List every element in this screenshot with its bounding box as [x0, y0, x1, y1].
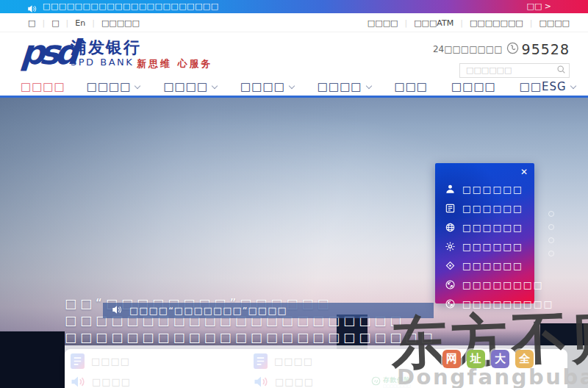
utility-bar: □| □| En| □□□□□ □□□□| □□□ATM| □□□□□□□| □… — [0, 13, 588, 32]
diamond-icon — [445, 260, 456, 271]
logo-english: SPD BANK — [71, 57, 141, 68]
announcement-more-link[interactable]: □□ > — [527, 1, 552, 11]
deposit-insurance-title: 存款保险 — [383, 376, 411, 384]
spd-bank-homepage: □□□□□□□□□□□□□□□□□□□□□□ □□ > □| □| En| □□… — [0, 0, 588, 388]
hotline-label: 24□□□□□□□ — [433, 44, 503, 54]
brand-slogan: 新思维 心服务 — [137, 57, 213, 71]
spd-logo-text[interactable]: 浦发银行 SPD BANK — [71, 39, 141, 68]
quick-item-cross-border-2[interactable]: □□□□□□□□□ — [445, 294, 553, 313]
quick-item-cross-border-1[interactable]: □□□□□□□□ — [445, 275, 553, 294]
spd-logo-mark[interactable]: psd — [19, 32, 75, 72]
search-input[interactable] — [459, 63, 570, 78]
util-link-atm[interactable]: □□□ATM — [414, 18, 453, 28]
bank-outlet-icon — [445, 203, 456, 214]
service-column-2: □□□□ □□□□ — [254, 349, 314, 388]
nav-item-6[interactable]: □□□ — [383, 80, 440, 93]
gear-icon — [445, 241, 456, 252]
service-link-reports[interactable]: □□□□ — [254, 353, 314, 369]
nav-item-7[interactable]: □□□□ — [440, 80, 508, 93]
lang-traditional-link[interactable]: □ — [51, 18, 59, 28]
quick-login-panel: ✕ □□□□□□ □□□□□□ □□□□□□ □□□□□□ — [435, 163, 534, 303]
globe-icon — [445, 222, 456, 233]
user-icon — [445, 184, 456, 195]
util-link-3[interactable]: □□□□□□□ — [470, 18, 523, 28]
site-header: psd 浦发银行 SPD BANK 新思维 心服务 24□□□□□□□ 9552… — [0, 32, 588, 78]
divider: | — [92, 18, 95, 28]
search-icon[interactable] — [556, 65, 566, 74]
hotline-number: 95528 — [522, 41, 570, 57]
speaker-icon — [112, 303, 122, 317]
ticker-headline[interactable]: □□□□“□□□□□□□”□□□□ — [129, 305, 287, 316]
building — [0, 331, 65, 388]
divider: | — [530, 18, 533, 28]
news-ticker-bar[interactable]: □□□□“□□□□□□□”□□□□ — [103, 303, 434, 318]
nav-item-5[interactable]: □□□□ — [306, 80, 383, 93]
chevron-down-icon — [135, 83, 140, 89]
service-link-alerts[interactable]: □□□□ — [254, 373, 314, 388]
lang-english-link[interactable]: En — [75, 18, 85, 28]
speaker-icon — [71, 376, 85, 388]
close-icon[interactable]: ✕ — [520, 167, 528, 177]
logo-chinese: 浦发银行 — [71, 39, 141, 57]
nav-item-home[interactable]: □□□□ — [11, 80, 75, 93]
service-link-notices[interactable]: □□□□ — [71, 373, 131, 388]
search-box — [459, 62, 570, 76]
document-icon — [254, 353, 268, 369]
quick-item-services[interactable]: □□□□□□ — [445, 237, 553, 256]
chevron-down-icon — [570, 83, 576, 89]
utility-left: □| □| En| □□□□□ — [28, 18, 140, 28]
quick-item-direct-bank[interactable]: □□□□□□ — [445, 256, 553, 275]
deposit-insurance-icon — [371, 376, 381, 386]
utility-right: □□□□| □□□ATM| □□□□□□□| □□□□ — [368, 18, 570, 28]
nav-item-4[interactable]: □□□□ — [229, 80, 306, 93]
quick-login-list: □□□□□□ □□□□□□ □□□□□□ □□□□□□ □□□□□□ — [445, 179, 553, 313]
quick-item-corporate-banking[interactable]: □□□□□□ — [445, 198, 553, 218]
document-icon — [71, 353, 85, 369]
util-link-4[interactable]: □□□□ — [539, 18, 570, 28]
divider: | — [66, 18, 69, 28]
service-hotline: 24□□□□□□□ 95528 — [433, 41, 570, 57]
lang-simplified-link[interactable]: □ — [28, 18, 35, 28]
service-column-1: □□□□ □□□□ — [71, 349, 131, 388]
nav-item-esg[interactable]: □□ESG — [508, 80, 587, 93]
quick-item-international[interactable]: □□□□□□ — [445, 218, 553, 237]
util-link-1[interactable]: □□□□ — [368, 18, 398, 28]
deposit-insurance-subtitle: □□□□□□□□ — [383, 384, 411, 388]
announcement-bar: □□□□□□□□□□□□□□□□□□□□□□ □□ > — [0, 0, 588, 13]
speaker-icon — [254, 376, 268, 388]
deposit-insurance-badge: 存款保险 □□□□□□□□ — [371, 376, 411, 388]
service-link-announcements[interactable]: □□□□ — [71, 353, 131, 369]
main-navigation: □□□□ □□□□ □□□□ □□□□ □□□□ □□□ □□□□ □□ESG … — [0, 78, 588, 98]
quick-services-card: □□□□ □□□□ □□□□ □□□□ 存款保险 □□□□□□□□ — [65, 349, 567, 388]
nav-item-3[interactable]: □□□□ — [151, 80, 229, 93]
divider: | — [42, 18, 45, 28]
announcement-text[interactable]: □□□□□□□□□□□□□□□□□□□□□□ — [43, 1, 219, 11]
exchange-icon — [445, 298, 456, 309]
chevron-down-icon — [365, 83, 371, 89]
hero-banner: □□“□□□□□□□□”□□□□□□ □□□□□□□□□□□□□□□□□□□□□… — [0, 98, 588, 388]
quick-item-personal-banking[interactable]: □□□□□□ — [445, 179, 553, 198]
divider: | — [404, 18, 407, 28]
chevron-down-icon — [212, 83, 218, 89]
hero-headline-line3: □□□□□□□□□□□□□□□□□□□□□□□□ — [65, 329, 437, 346]
chevron-down-icon — [289, 83, 295, 89]
phone-icon — [506, 42, 519, 57]
nav-item-2[interactable]: □□□□ — [75, 80, 152, 93]
accessibility-link[interactable]: □□□□□ — [101, 18, 140, 28]
divider: | — [460, 18, 463, 28]
exchange-icon — [445, 279, 456, 290]
